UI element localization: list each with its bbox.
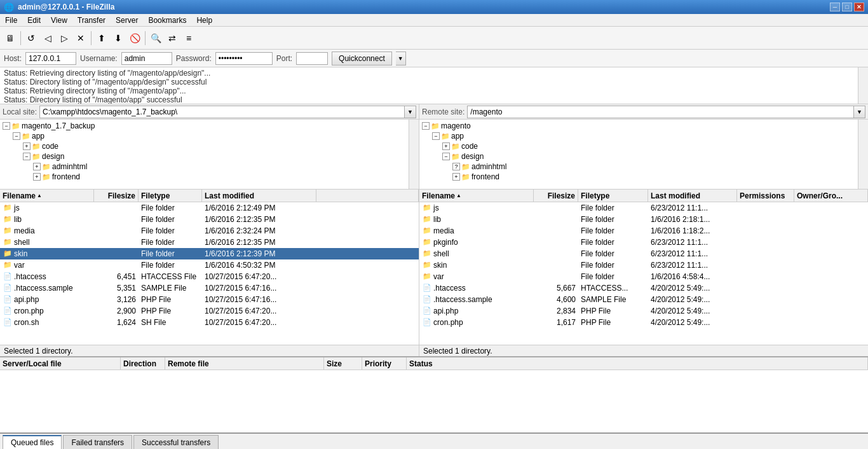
close-button[interactable]: ✕ — [854, 3, 864, 11]
tree-expand-icon[interactable]: − — [3, 122, 10, 130]
menu-view[interactable]: View — [46, 15, 72, 26]
remote-tree-item[interactable]: ?📁adminhtml — [422, 162, 865, 172]
toolbar-site-manager[interactable]: 🖥 — [3, 31, 18, 46]
tree-expand-icon[interactable]: ? — [452, 163, 460, 170]
queue-col-remotefile[interactable]: Remote file — [165, 357, 324, 370]
local-col-type[interactable]: Filetype — [139, 190, 202, 202]
tree-expand-icon[interactable]: − — [422, 122, 430, 130]
toolbar-download[interactable]: ⬇ — [111, 31, 126, 46]
local-file-row[interactable]: 📁libFile folder1/6/2016 2:12:35 PM — [0, 214, 419, 225]
tree-expand-icon[interactable]: + — [442, 142, 450, 150]
queue-col-priority[interactable]: Priority — [362, 357, 407, 370]
remote-file-row[interactable]: 📁skinFile folder6/23/2012 11:1... — [419, 259, 868, 271]
remote-col-perms[interactable]: Permissions — [737, 190, 794, 202]
tree-expand-icon[interactable]: − — [432, 132, 440, 140]
local-file-row[interactable]: 📁varFile folder1/6/2016 4:50:32 PM — [0, 259, 419, 271]
remote-tree-item[interactable]: −📁design — [422, 151, 865, 162]
remote-col-type[interactable]: Filetype — [578, 190, 648, 202]
toolbar-stop[interactable]: ✕ — [73, 31, 88, 46]
queue-col-direction[interactable]: Direction — [121, 357, 165, 370]
toolbar-compare[interactable]: ≡ — [181, 31, 196, 46]
minimize-button[interactable]: ─ — [830, 3, 840, 11]
port-input[interactable] — [296, 52, 328, 65]
local-col-modified[interactable]: Last modified — [202, 190, 316, 202]
local-col-size[interactable]: Filesize — [94, 190, 139, 202]
tree-expand-icon[interactable]: + — [33, 173, 41, 181]
remote-tree-item[interactable]: −📁magento — [422, 121, 865, 131]
local-site-path[interactable] — [39, 106, 405, 118]
local-file-row[interactable]: 📁mediaFile folder1/6/2016 2:32:24 PM — [0, 225, 419, 237]
maximize-button[interactable]: □ — [842, 3, 852, 11]
host-input[interactable] — [25, 52, 76, 65]
remote-col-modified[interactable]: Last modified — [648, 190, 737, 202]
remote-file-row[interactable]: 📄api.php2,834PHP File4/20/2012 5:49:... — [419, 305, 868, 317]
local-col-filename[interactable]: Filename ▲ — [0, 190, 94, 202]
remote-site-dropdown[interactable]: ▼ — [854, 106, 865, 118]
username-input[interactable] — [121, 52, 172, 65]
queue-col-status[interactable]: Status — [407, 357, 868, 370]
local-tree-item[interactable]: −📁app — [3, 131, 416, 141]
tab-failed-transfers[interactable]: Failed transfers — [63, 435, 132, 449]
password-input[interactable] — [215, 52, 273, 65]
tree-expand-icon[interactable]: − — [23, 153, 31, 160]
local-tree-item[interactable]: −📁design — [3, 151, 416, 162]
local-file-row[interactable]: 📁jsFile folder1/6/2016 2:12:49 PM — [0, 202, 419, 214]
toolbar-upload[interactable]: ⬆ — [94, 31, 109, 46]
remote-file-row[interactable]: 📄cron.php1,617PHP File4/20/2012 5:49:... — [419, 317, 868, 328]
menu-help[interactable]: Help — [191, 15, 217, 26]
tab-queued-files[interactable]: Queued files — [3, 435, 62, 449]
local-file-row[interactable]: 📁shellFile folder1/6/2016 2:12:35 PM — [0, 237, 419, 248]
local-tree-item[interactable]: +📁frontend — [3, 172, 416, 182]
menu-edit[interactable]: Edit — [22, 15, 46, 26]
toolbar-cancel[interactable]: 🚫 — [127, 31, 142, 46]
remote-col-owner[interactable]: Owner/Gro... — [794, 190, 868, 202]
toolbar-refresh[interactable]: ↺ — [24, 31, 39, 46]
tree-expand-icon[interactable]: + — [452, 173, 460, 181]
local-tree-scrollbar[interactable] — [409, 120, 419, 189]
menu-transfer[interactable]: Transfer — [72, 15, 111, 26]
toolbar-sync[interactable]: ⇄ — [165, 31, 180, 46]
menu-server[interactable]: Server — [111, 15, 143, 26]
tree-expand-icon[interactable]: − — [13, 132, 20, 140]
remote-file-row[interactable]: 📄.htaccess.sample4,600SAMPLE File4/20/20… — [419, 294, 868, 305]
remote-file-row[interactable]: 📁varFile folder1/6/2016 4:58:4... — [419, 271, 868, 282]
remote-tree-item[interactable]: −📁app — [422, 131, 865, 141]
queue-col-size[interactable]: Size — [324, 357, 362, 370]
local-file-row[interactable]: 📄cron.php2,900PHP File10/27/2015 6:47:20… — [0, 305, 419, 317]
queue-body — [0, 370, 868, 432]
local-file-row[interactable]: 📄api.php3,126PHP File10/27/2015 6:47:16.… — [0, 294, 419, 305]
toolbar-back[interactable]: ◁ — [40, 31, 55, 46]
remote-tree-scrollbar[interactable] — [858, 120, 868, 189]
menu-file[interactable]: File — [0, 15, 22, 26]
remote-tree-item[interactable]: +📁code — [422, 141, 865, 151]
queue-col-serverfile[interactable]: Server/Local file — [0, 357, 121, 370]
remote-tree-item[interactable]: +📁frontend — [422, 172, 865, 182]
local-file-row[interactable]: 📄cron.sh1,624SH File10/27/2015 6:47:20..… — [0, 317, 419, 328]
toolbar-filter[interactable]: 🔍 — [148, 31, 163, 46]
menu-bookmarks[interactable]: Bookmarks — [143, 15, 191, 26]
remote-col-size[interactable]: Filesize — [534, 190, 578, 202]
tab-successful-transfers[interactable]: Successful transfers — [133, 435, 219, 449]
status-scrollbar[interactable] — [858, 67, 868, 104]
toolbar-forward[interactable]: ▷ — [57, 31, 72, 46]
remote-col-filename[interactable]: Filename ▲ — [419, 190, 534, 202]
remote-file-row[interactable]: 📁pkginfoFile folder6/23/2012 11:1... — [419, 237, 868, 248]
remote-file-row[interactable]: 📁jsFile folder6/23/2012 11:1... — [419, 202, 868, 214]
local-tree-item[interactable]: +📁adminhtml — [3, 162, 416, 172]
remote-file-row[interactable]: 📄.htaccess5,667HTACCESS...4/20/2012 5:49… — [419, 282, 868, 294]
local-file-row[interactable]: 📁skinFile folder1/6/2016 2:12:39 PM — [0, 248, 419, 259]
remote-site-path[interactable] — [467, 106, 854, 118]
tree-expand-icon[interactable]: − — [442, 153, 450, 160]
local-file-row[interactable]: 📄.htaccess6,451HTACCESS File10/27/2015 6… — [0, 271, 419, 282]
remote-file-row[interactable]: 📁mediaFile folder1/6/2016 1:18:2... — [419, 225, 868, 237]
local-tree-item[interactable]: −📁magento_1.7_backup — [3, 121, 416, 131]
remote-file-row[interactable]: 📁libFile folder1/6/2016 2:18:1... — [419, 214, 868, 225]
local-file-row[interactable]: 📄.htaccess.sample5,351SAMPLE File10/27/2… — [0, 282, 419, 294]
remote-file-row[interactable]: 📁shellFile folder6/23/2012 11:1... — [419, 248, 868, 259]
tree-expand-icon[interactable]: + — [23, 142, 31, 150]
quickconnect-button[interactable]: Quickconnect — [332, 52, 392, 66]
quickconnect-dropdown[interactable]: ▼ — [396, 52, 406, 66]
tree-expand-icon[interactable]: + — [33, 163, 41, 170]
local-site-dropdown[interactable]: ▼ — [405, 106, 416, 118]
local-tree-item[interactable]: +📁code — [3, 141, 416, 151]
